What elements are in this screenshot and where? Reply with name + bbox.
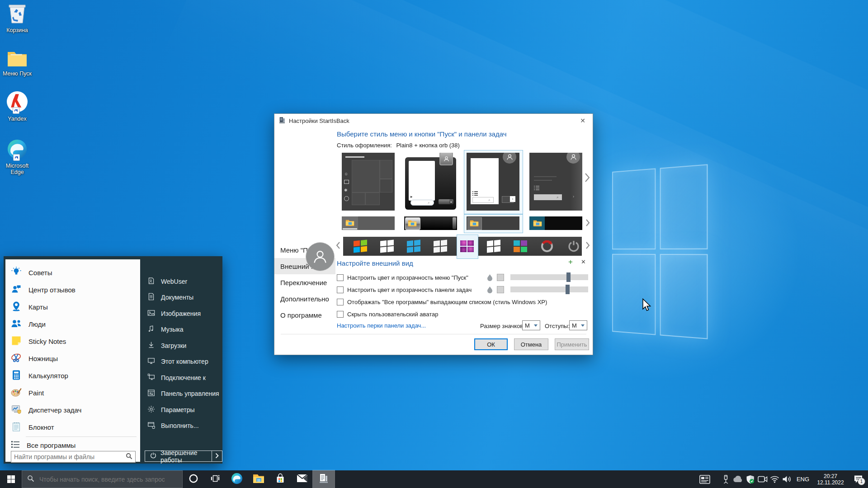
volume-icon[interactable] — [781, 470, 793, 488]
start-menu-item-snipping-tool[interactable]: Ножницы — [5, 350, 140, 367]
start-menu-item-notepad[interactable]: Блокнот — [5, 418, 140, 436]
language-indicator[interactable]: ENG — [793, 470, 813, 488]
start-menu-item-maps[interactable]: Карты — [5, 298, 140, 315]
onedrive-cloud-icon[interactable] — [732, 470, 744, 488]
start-menu-item-people[interactable]: Люди — [5, 315, 140, 333]
menu-opacity-slider[interactable] — [510, 274, 588, 280]
user-avatar[interactable] — [306, 242, 335, 271]
meet-now-camera-icon[interactable] — [756, 470, 769, 488]
start-menu-pictures-link[interactable]: Изображения — [140, 305, 222, 322]
icon-size-dropdown[interactable]: М — [522, 320, 540, 330]
store-button[interactable] — [269, 470, 291, 488]
add-orb-button[interactable]: + — [568, 258, 573, 267]
desktop-icon-start-menu-folder[interactable]: Меню Пуск — [0, 47, 34, 77]
win-flat-white-orb[interactable] — [432, 238, 448, 254]
slider-handle[interactable] — [566, 272, 571, 282]
apply-button[interactable]: Применить — [555, 338, 589, 350]
windows10-taskbar-thumb[interactable] — [529, 216, 582, 230]
start-menu-item-sticky-notes[interactable]: Sticky Notes — [5, 333, 140, 350]
start-menu-search-box[interactable] — [11, 451, 136, 463]
win-white-orb[interactable] — [379, 238, 395, 254]
desktop-icon-recycle-bin[interactable]: Корзина — [0, 4, 34, 33]
windows10-style-thumb[interactable]: ☺ ✱ — [342, 153, 395, 211]
all-programs-button[interactable]: Все программы — [5, 438, 146, 452]
aero-glossy-taskbar-thumb[interactable] — [404, 216, 457, 230]
checkbox-menu-color[interactable] — [337, 274, 344, 281]
remove-orb-button[interactable]: ✕ — [581, 258, 586, 265]
taskbar-settings-link[interactable]: Настроить перки панели задач... — [337, 322, 426, 329]
purple-orb[interactable] — [459, 238, 475, 254]
security-shield-icon[interactable] — [744, 470, 756, 488]
windows7-aero-style-thumb[interactable]: ▸ ⌕ ▸ — [404, 153, 457, 211]
plain-dark-taskbar-thumb[interactable] — [467, 216, 519, 230]
start-menu-run-link[interactable]: Выполнить... — [140, 418, 222, 434]
checkbox-label: Настроить цвет и прозрачность панели зад… — [347, 286, 472, 293]
orb-scroll-left-icon[interactable] — [336, 241, 340, 251]
mosaic-orb[interactable] — [512, 238, 528, 254]
start-menu-control-panel-link[interactable]: Панель управления — [140, 386, 222, 402]
plain8-style-thumb[interactable]: ⌕ › — [467, 153, 519, 211]
search-icon[interactable] — [126, 453, 135, 461]
start-menu-item-tips[interactable]: Советы — [5, 264, 140, 281]
start-button[interactable] — [0, 470, 22, 488]
desktop-icon-label: Microsoft Edge — [0, 163, 34, 175]
slider-handle[interactable] — [566, 285, 570, 294]
taskbar-search-box[interactable] — [22, 470, 183, 488]
menu-style-scroll-right-icon[interactable] — [585, 173, 590, 184]
tab-about[interactable]: О программе — [274, 307, 335, 323]
taskbar-style-scroll-right-icon[interactable] — [585, 219, 590, 228]
music-note-icon — [147, 325, 155, 334]
tab-switching[interactable]: Переключение — [274, 274, 335, 291]
cortana-button[interactable] — [183, 470, 204, 488]
checkbox-taskbar-color[interactable] — [337, 286, 344, 293]
action-center-button[interactable]: 1 — [848, 470, 868, 488]
win-colored-orb[interactable] — [352, 238, 368, 254]
usb-icon[interactable] — [720, 470, 732, 488]
taskbar-search-input[interactable] — [38, 475, 177, 483]
shutdown-button[interactable]: Завершение работы — [145, 450, 222, 462]
start-menu-user-link[interactable]: WebUser — [140, 273, 222, 290]
wifi-icon[interactable] — [769, 470, 781, 488]
gray-taskbar-thumb[interactable] — [342, 216, 395, 230]
file-explorer-button[interactable] — [248, 470, 269, 488]
start-menu-music-link[interactable]: Музыка — [140, 322, 222, 338]
start-menu-item-calculator[interactable]: Калькулятор — [5, 367, 140, 384]
start-menu-item-paint[interactable]: Paint — [5, 384, 140, 401]
startisback-window-button[interactable] — [313, 470, 335, 488]
shutdown-options-arrow-icon[interactable] — [212, 453, 222, 460]
task-view-button[interactable] — [204, 470, 226, 488]
clock[interactable]: 20:27 12.11.2022 — [813, 473, 848, 486]
desktop-icon-edge[interactable]: Microsoft Edge — [0, 139, 34, 175]
desktop-icon-label: Yandex — [0, 116, 34, 122]
orb-scroll-right-icon[interactable] — [585, 241, 590, 251]
ok-button[interactable]: ОК — [474, 338, 508, 350]
title-bar[interactable]: Настройки StartIsBack — [274, 114, 593, 127]
start-menu-item-task-manager[interactable]: Диспетчер задач — [5, 401, 140, 418]
taskbar-opacity-slider[interactable] — [510, 286, 588, 292]
taskbar-color-swatch[interactable] — [497, 286, 504, 293]
start-menu-item-feedback[interactable]: Центр отзывов — [5, 281, 140, 298]
mail-button[interactable] — [291, 470, 313, 488]
tab-advanced[interactable]: Дополнительно — [274, 291, 335, 307]
checkbox-all-programs-dropdown[interactable] — [337, 299, 344, 305]
menu-color-swatch[interactable] — [497, 274, 504, 281]
start-menu-this-pc-link[interactable]: Этот компьютер — [140, 354, 222, 370]
desktop-icon-yandex[interactable]: Yandex — [0, 92, 34, 122]
win-flat-white-orb-2[interactable] — [486, 238, 502, 254]
style-label: Стиль оформления: — [337, 142, 392, 149]
edge-button[interactable] — [226, 470, 248, 488]
spacing-dropdown[interactable]: М — [569, 320, 587, 330]
red-ring-orb[interactable] — [539, 238, 555, 254]
start-menu-connect-to-link[interactable]: Подключение к — [140, 370, 222, 386]
power-orb[interactable] — [566, 238, 582, 254]
start-menu-search-input[interactable] — [11, 453, 126, 460]
checkbox-hide-avatar[interactable] — [337, 311, 344, 318]
start-menu-downloads-link[interactable]: Загрузки — [140, 338, 222, 354]
start-menu-documents-link[interactable]: Документы — [140, 290, 222, 306]
news-widgets-icon[interactable] — [696, 470, 713, 488]
close-icon[interactable]: ✕ — [579, 117, 586, 124]
win-blue-orb[interactable] — [406, 238, 422, 254]
start-menu-settings-link[interactable]: Параметры — [140, 402, 222, 418]
classic-flat-style-thumb[interactable]: ⌕ › — [529, 153, 582, 211]
cancel-button[interactable]: Отмена — [514, 338, 548, 350]
